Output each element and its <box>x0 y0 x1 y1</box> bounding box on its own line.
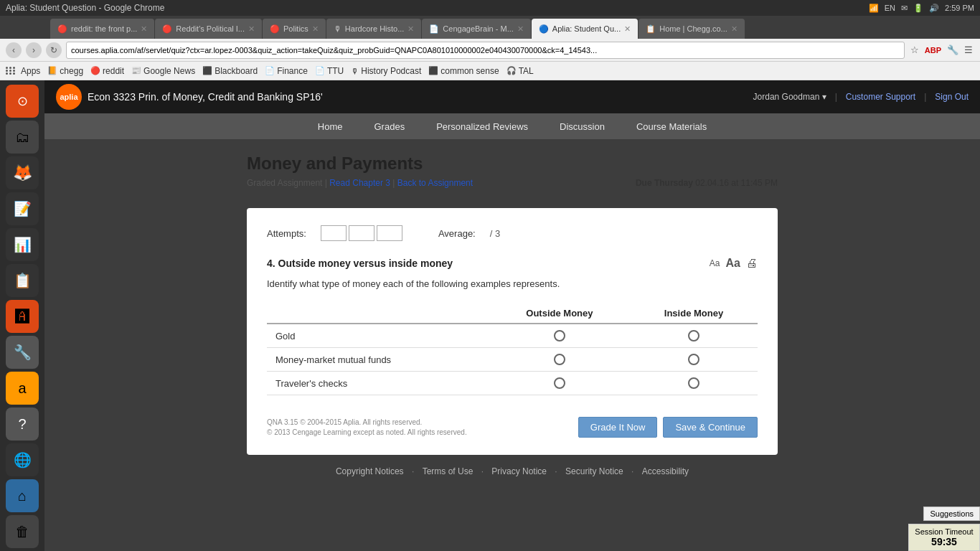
tab-close-chegg[interactable]: ✕ <box>731 24 738 34</box>
radio-gold-inside[interactable] <box>630 324 758 348</box>
bookmark-ttu[interactable]: 📄 TTU <box>315 66 344 76</box>
dock-files-icon[interactable]: 🗂 <box>6 121 39 154</box>
tab-hardcore-histo[interactable]: 🎙 Hardcore Histo... ✕ <box>326 19 422 39</box>
bookmark-apps[interactable]: Apps <box>6 66 40 76</box>
bookmark-chegg[interactable]: 📙 chegg <box>47 66 83 76</box>
radio-gold-inside-input[interactable] <box>688 330 699 342</box>
battery-icon: 🔋 <box>913 4 923 13</box>
tab-chegg[interactable]: 📋 Home | Chegg.co... ✕ <box>639 19 745 39</box>
extension-icon[interactable]: 🔧 <box>946 43 960 57</box>
radio-travelers-inside-input[interactable] <box>688 377 699 389</box>
attempt-box-2 <box>349 225 374 241</box>
attempt-box-1 <box>321 225 347 241</box>
refresh-button[interactable]: ↻ <box>46 42 62 58</box>
tab-close-reddit-political[interactable]: ✕ <box>248 24 255 34</box>
radio-travelers-inside[interactable] <box>630 372 758 395</box>
tab-icon-chegg: 📋 <box>646 24 656 34</box>
address-input[interactable] <box>66 42 905 59</box>
footer-copyright-link[interactable]: Copyright Notices <box>336 466 404 476</box>
tab-reddit-political[interactable]: 🔴 Reddit's Political I... ✕ <box>155 19 262 39</box>
bookmark-tal[interactable]: 🎧 TAL <box>507 66 534 76</box>
row-label-travelers-checks: Traveler's checks <box>267 372 489 395</box>
nav-course-materials[interactable]: Course Materials <box>621 113 722 139</box>
aplia-user-menu[interactable]: Jordan Goodman ▾ <box>753 92 826 102</box>
dock-amazon-icon[interactable]: a <box>6 372 39 405</box>
dock-chrome-icon[interactable]: 🌐 <box>6 443 39 476</box>
nav-grades[interactable]: Grades <box>359 113 421 139</box>
dock-trash-icon[interactable]: 🗑 <box>6 515 39 548</box>
footer-copyright-notices[interactable]: Copyright Notices <box>330 466 412 476</box>
average-label: Average: <box>438 228 476 239</box>
bookmark-blackboard[interactable]: ⬛ Blackboard <box>202 66 258 76</box>
bookmark-star-icon[interactable]: ☆ <box>909 43 920 57</box>
money-table: Outside Money Inside Money Gold <box>267 303 758 395</box>
tab-label-cengage: CengageBrain - M... <box>443 24 513 33</box>
bookmark-common-sense[interactable]: ⬛ common sense <box>428 66 499 76</box>
back-to-assignment-link[interactable]: Back to Assignment <box>397 178 473 188</box>
print-button[interactable]: 🖨 <box>746 257 758 270</box>
bookmark-reddit[interactable]: 🔴 reddit <box>90 66 124 76</box>
font-size-small-btn[interactable]: Aa <box>710 258 720 268</box>
radio-moneymarket-inside-input[interactable] <box>688 354 699 365</box>
tab-reddit-front[interactable]: 🔴 reddit: the front p... ✕ <box>50 19 154 39</box>
nav-home[interactable]: Home <box>302 113 359 139</box>
adblock-icon[interactable]: ABP <box>923 44 943 56</box>
customer-support-link[interactable]: Customer Support <box>846 92 915 102</box>
radio-moneymarket-outside[interactable] <box>489 348 630 372</box>
menu-icon[interactable]: ☰ <box>963 43 974 57</box>
dock-help-icon[interactable]: ? <box>6 408 39 441</box>
forward-button[interactable]: › <box>26 42 42 58</box>
dock-libreoffice-calc-icon[interactable]: 📊 <box>6 228 39 261</box>
tab-close-aplia[interactable]: ✕ <box>624 24 631 34</box>
footer-privacy-link[interactable]: Privacy Notice <box>491 466 547 476</box>
apps-label: Apps <box>21 66 40 76</box>
dock-home-icon[interactable]: ⌂ <box>6 479 39 512</box>
radio-travelers-outside[interactable] <box>489 372 630 395</box>
back-button[interactable]: ‹ <box>6 42 22 58</box>
radio-gold-outside-input[interactable] <box>554 330 565 342</box>
tab-aplia[interactable]: 🔵 Aplia: Student Qu... ✕ <box>532 19 638 39</box>
tab-label-politics: Politics <box>283 24 308 33</box>
bookmark-finance[interactable]: 📄 Finance <box>265 66 308 76</box>
tab-close-cengage[interactable]: ✕ <box>517 24 524 34</box>
radio-travelers-outside-input[interactable] <box>554 377 565 389</box>
suggestions-button[interactable]: Suggestions <box>923 507 980 521</box>
nav-discussion[interactable]: Discussion <box>544 113 621 139</box>
radio-gold-outside[interactable] <box>489 324 630 348</box>
footer-terms-link[interactable]: Terms of Use <box>423 466 473 476</box>
tab-politics[interactable]: 🔴 Politics ✕ <box>263 19 326 39</box>
reddit-icon: 🔴 <box>90 66 100 75</box>
bookmark-history-podcast[interactable]: 🎙 History Podcast <box>351 66 421 76</box>
tab-close-reddit-front[interactable]: ✕ <box>141 24 147 34</box>
bookmark-google-news[interactable]: 📰 Google News <box>131 66 195 76</box>
table-row: Traveler's checks <box>267 372 758 395</box>
assignment-meta-left: Graded Assignment | Read Chapter 3 | Bac… <box>247 178 473 188</box>
volume-icon: 🔊 <box>929 4 939 13</box>
tab-label-aplia: Aplia: Student Qu... <box>552 24 621 33</box>
page-footer: Copyright Notices · Terms of Use · Priva… <box>330 455 694 482</box>
read-chapter-link[interactable]: Read Chapter 3 <box>329 178 390 188</box>
dock-software-center-icon[interactable]: 🅰 <box>6 300 39 333</box>
dock-libreoffice-impress-icon[interactable]: 📋 <box>6 264 39 297</box>
radio-moneymarket-inside[interactable] <box>630 348 758 372</box>
dock-ubuntu-icon[interactable]: ⊙ <box>6 85 39 118</box>
dock-libreoffice-writer-icon[interactable]: 📝 <box>6 192 39 225</box>
tab-cengage[interactable]: 📄 CengageBrain - M... ✕ <box>422 19 530 39</box>
footer-accessibility-link[interactable]: Accessibility <box>642 466 689 476</box>
radio-moneymarket-outside-input[interactable] <box>554 354 565 365</box>
card-footer: QNA 3.15 © 2004-2015 Aplia. All rights r… <box>267 417 758 438</box>
save-continue-button[interactable]: Save & Continue <box>663 417 758 438</box>
grade-it-now-button[interactable]: Grade It Now <box>578 417 658 438</box>
font-size-large-btn[interactable]: Aa <box>726 257 740 270</box>
footer-security-link[interactable]: Security Notice <box>565 466 623 476</box>
dock-settings-icon[interactable]: 🔧 <box>6 336 39 369</box>
sign-out-link[interactable]: Sign Out <box>935 92 969 102</box>
tab-close-politics[interactable]: ✕ <box>312 24 319 34</box>
question-body: Identify what type of money each of the … <box>267 278 758 289</box>
aplia-header-right: Jordan Goodman ▾ | Customer Support | Si… <box>753 92 969 102</box>
nav-personalized-reviews[interactable]: Personalized Reviews <box>420 113 544 139</box>
assignment-card: Attempts: Average: / 3 4. Outside money … <box>247 208 778 455</box>
dock-firefox-icon[interactable]: 🦊 <box>6 156 39 189</box>
tab-close-hardcore-histo[interactable]: ✕ <box>407 24 414 34</box>
clock: 2:59 PM <box>945 4 974 12</box>
